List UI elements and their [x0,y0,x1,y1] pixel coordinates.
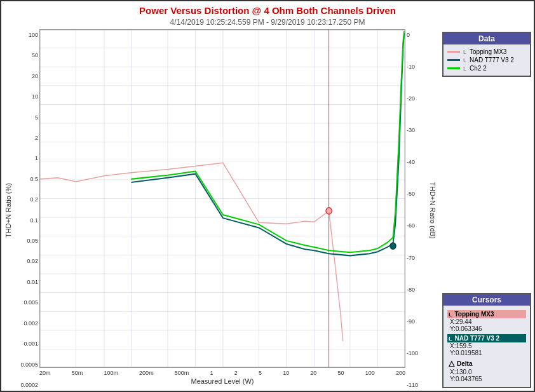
chart-svg [40,30,405,367]
cursors-panel-title: Cursors [444,294,530,306]
panel-spacer [442,81,531,289]
chart-area: AP NAD T777 V3 HDMI IN/Speaker Out Max p… [39,29,405,368]
x-axis-label: Measured Level (W) [39,376,405,385]
cursors-panel: Cursors L Topping MX3 X:29.44 Y:0.063346 [442,293,531,388]
cursor-item-1: L NAD T777 V3 2 X:159.5 Y:0.019581 [447,334,526,356]
chart-container: AP NAD T777 V3 HDMI IN/Speaker Out Max p… [39,29,405,391]
legend-color-0 [447,51,460,53]
y-ticks-left: 100 50 20 10 5 2 1 0.5 0.2 0.1 0.05 0.02… [15,29,39,391]
legend-item-2: L Ch2 2 [447,65,526,72]
right-panel: Data L Topping MX3 L NAD T777 V3 2 L [440,29,534,391]
cursors-panel-content: L Topping MX3 X:29.44 Y:0.063346 L NAD T… [444,306,530,387]
cursor-item-0: L Topping MX3 X:29.44 Y:0.063346 [447,310,526,332]
legend-color-1 [447,59,460,61]
x-axis-area: 20m 50m 100m 200m 500m 1 2 5 10 20 50 10… [39,368,405,391]
svg-point-35 [326,208,332,214]
legend-color-2 [447,67,460,69]
y-axis-right-label: THD+N Ratio (dB) [426,29,440,391]
legend-item-1: L NAD T777 V3 2 [447,57,526,64]
main-window: Power Versus Distortion @ 4 Ohm Both Cha… [0,0,535,392]
svg-point-36 [390,243,396,249]
data-panel: Data L Topping MX3 L NAD T777 V3 2 L [442,32,531,77]
main-area: THD+N Ratio (%) 100 50 20 10 5 2 1 0.5 0… [1,29,534,391]
y-axis-left-label: THD+N Ratio (%) [1,29,15,391]
data-panel-title: Data [444,33,530,44]
legend-item-0: L Topping MX3 [447,48,526,55]
data-panel-content: L Topping MX3 L NAD T777 V3 2 L Ch2 2 [444,44,530,76]
cursor-item-delta: △ Delta X:130.0 Y:0.043765 [447,358,526,382]
y-ticks-right: 0 -10 -20 -30 -40 -50 -60 -70 -80 -90 -1… [405,29,426,391]
chart-title: Power Versus Distortion @ 4 Ohm Both Cha… [1,1,534,18]
chart-subtitle: 4/14/2019 10:25:24.559 PM - 9/29/2019 10… [1,18,534,27]
